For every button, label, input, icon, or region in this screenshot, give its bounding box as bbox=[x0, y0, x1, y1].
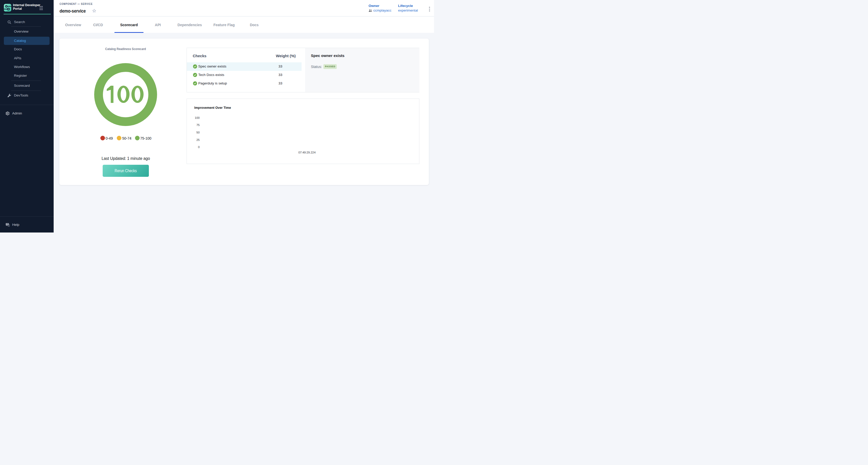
svg-text:?: ? bbox=[7, 223, 8, 225]
